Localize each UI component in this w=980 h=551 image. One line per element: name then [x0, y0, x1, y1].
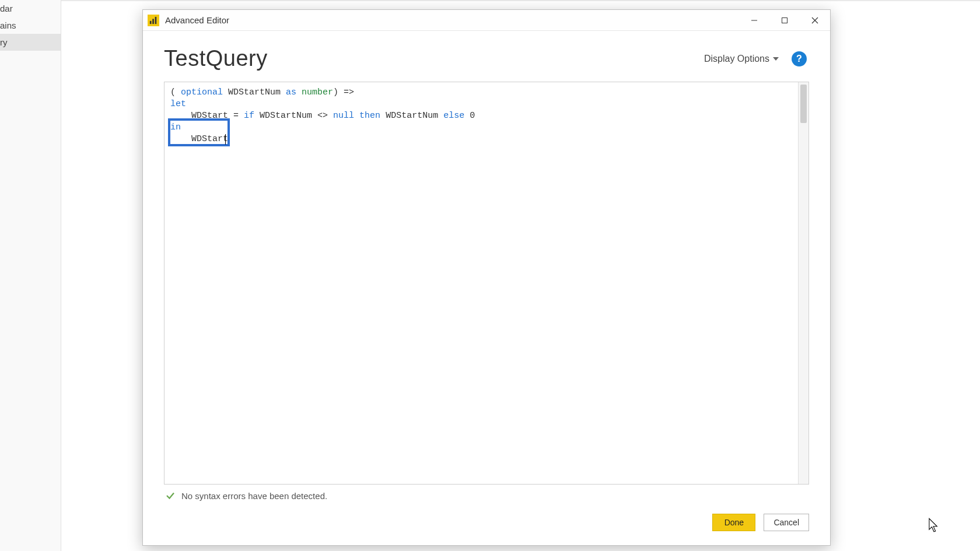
display-options-dropdown[interactable]: Display Options — [704, 54, 779, 64]
svg-rect-4 — [782, 17, 788, 23]
help-button[interactable]: ? — [792, 51, 807, 66]
maximize-button[interactable] — [769, 10, 800, 31]
sidebar-item[interactable]: ains — [0, 17, 61, 34]
svg-rect-2 — [155, 16, 157, 23]
sidebar-item[interactable]: ry — [0, 34, 61, 51]
status-bar: No syntax errors have been detected. — [164, 485, 809, 501]
dialog-header: TestQuery Display Options ? — [164, 46, 809, 71]
dialog-buttons: Done Cancel — [164, 501, 809, 531]
advanced-editor-dialog: Advanced Editor TestQuery Display Option… — [142, 9, 831, 546]
text-caret — [225, 134, 226, 145]
chevron-down-icon — [773, 57, 779, 61]
window-title: Advanced Editor — [165, 15, 229, 25]
code-text[interactable]: ( optional WDStartNum as number) => let … — [164, 82, 798, 484]
vertical-scrollbar[interactable] — [798, 82, 808, 484]
svg-rect-3 — [751, 20, 757, 20]
scrollbar-thumb[interactable] — [800, 85, 807, 123]
check-icon — [165, 490, 176, 501]
display-options-label: Display Options — [704, 54, 769, 64]
cancel-button[interactable]: Cancel — [764, 514, 809, 531]
background-sidebar: dar ains ry — [0, 0, 61, 551]
code-editor[interactable]: ( optional WDStartNum as number) => let … — [164, 82, 809, 485]
svg-rect-1 — [152, 19, 154, 24]
power-bi-icon — [148, 15, 159, 26]
sidebar-item[interactable]: dar — [0, 0, 61, 17]
close-button[interactable] — [800, 10, 830, 31]
query-name: TestQuery — [164, 46, 268, 71]
done-button[interactable]: Done — [712, 514, 755, 531]
status-message: No syntax errors have been detected. — [181, 491, 327, 501]
minimize-button[interactable] — [739, 10, 769, 31]
titlebar: Advanced Editor — [143, 10, 830, 31]
svg-rect-0 — [150, 20, 152, 23]
ribbon-edge — [61, 0, 980, 1]
